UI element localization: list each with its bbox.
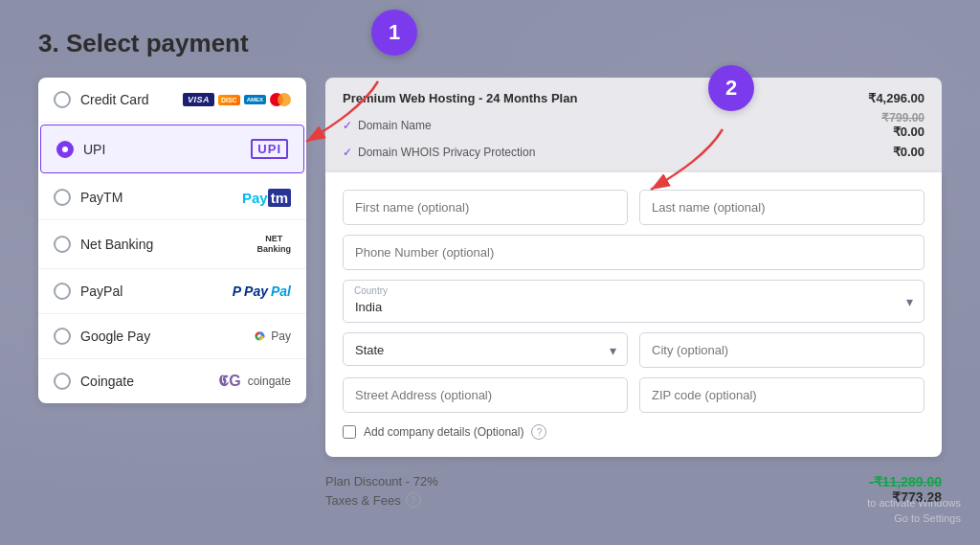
payment-method-net-banking[interactable]: Net Banking NETBanking bbox=[38, 220, 306, 269]
company-details-row: Add company details (Optional) ? bbox=[343, 424, 924, 440]
country-field: Country India United States United Kingd… bbox=[343, 280, 924, 323]
credit-card-logos: VISA DISC AMEX bbox=[183, 93, 291, 106]
right-panel: Premium Web Hosting - 24 Months Plan ₹4,… bbox=[325, 78, 942, 508]
paypal-logos: P PayPal bbox=[233, 284, 291, 299]
annotation-2: 2 bbox=[708, 65, 754, 111]
svg-point-2 bbox=[251, 328, 268, 345]
state-field: State ▾ bbox=[343, 332, 628, 368]
phone-field bbox=[343, 235, 924, 270]
radio-google-pay bbox=[54, 328, 71, 345]
payment-method-coingate[interactable]: Coingate 𝕮G coingate bbox=[38, 359, 306, 403]
tax-label: Taxes & Fees ? bbox=[325, 492, 438, 508]
upi-logos: UPI bbox=[251, 139, 288, 159]
privacy-item: ✓ Domain WHOIS Privacy Protection bbox=[343, 146, 535, 159]
bottom-summary: Plan Discount - 72% Taxes & Fees ? -₹11,… bbox=[325, 465, 942, 508]
radio-credit-card bbox=[54, 91, 71, 108]
privacy-price: ₹0.00 bbox=[893, 145, 924, 159]
city-input[interactable] bbox=[639, 332, 924, 368]
payment-method-upi[interactable]: UPI UPI bbox=[40, 125, 304, 173]
net-banking-label: Net Banking bbox=[80, 237, 153, 252]
company-checkbox[interactable] bbox=[343, 425, 356, 439]
visa-logo: VISA bbox=[183, 93, 214, 106]
discount-section: Plan Discount - 72% Taxes & Fees ? bbox=[325, 474, 438, 508]
google-g-icon bbox=[251, 328, 268, 345]
amex-logo: AMEX bbox=[244, 95, 266, 104]
radio-net-banking bbox=[54, 236, 71, 253]
country-select[interactable]: India United States United Kingdom bbox=[343, 280, 924, 323]
paypal-text: Pay bbox=[244, 284, 268, 299]
paytm-logo: Paytm bbox=[242, 190, 291, 206]
street-input[interactable] bbox=[343, 377, 628, 413]
google-pay-label: Google Pay bbox=[80, 329, 150, 344]
order-summary: Premium Web Hosting - 24 Months Plan ₹4,… bbox=[325, 78, 942, 172]
credit-card-label: Credit Card bbox=[80, 92, 149, 107]
upi-label: UPI bbox=[83, 142, 105, 157]
plan-price: ₹4,296.00 bbox=[868, 91, 924, 105]
annotation-1: 1 bbox=[371, 10, 417, 56]
zip-input[interactable] bbox=[639, 377, 924, 413]
radio-upi bbox=[56, 141, 74, 158]
domain-name-item: ✓ Domain Name bbox=[343, 119, 432, 132]
paypal-p-icon: P bbox=[233, 284, 241, 299]
check-icon-2: ✓ bbox=[343, 146, 352, 159]
gpay-logos: Pay bbox=[251, 328, 291, 345]
payment-method-credit-card[interactable]: Credit Card VISA DISC AMEX bbox=[38, 78, 306, 123]
zip-field bbox=[639, 377, 924, 413]
paypal-pal: Pal bbox=[271, 284, 291, 299]
coingate-logos: 𝕮G coingate bbox=[218, 373, 291, 390]
paytm-label: PayTM bbox=[80, 190, 122, 205]
netbanking-logo: NETBanking bbox=[256, 234, 291, 255]
page-title: 3. Select payment bbox=[38, 29, 942, 58]
discover-logo: DISC bbox=[218, 95, 240, 105]
state-select[interactable]: State bbox=[343, 332, 628, 366]
first-name-field bbox=[343, 190, 628, 225]
billing-form: Country India United States United Kingd… bbox=[325, 172, 942, 457]
domain-original-price: ₹799.00 bbox=[881, 111, 924, 125]
check-icon-1: ✓ bbox=[343, 119, 352, 132]
payment-method-paypal[interactable]: PayPal P PayPal bbox=[38, 269, 306, 314]
city-field bbox=[639, 332, 924, 368]
radio-coingate bbox=[54, 373, 71, 390]
company-label: Add company details (Optional) bbox=[364, 425, 523, 439]
net-banking-logos: NETBanking bbox=[256, 234, 291, 255]
street-field bbox=[343, 377, 628, 413]
first-name-input[interactable] bbox=[343, 190, 628, 225]
plan-name: Premium Web Hosting - 24 Months Plan bbox=[343, 91, 577, 105]
discount-price: -₹11,289.00 bbox=[869, 474, 942, 489]
phone-input[interactable] bbox=[343, 235, 924, 270]
coingate-label: Coingate bbox=[80, 374, 134, 389]
radio-paypal bbox=[54, 283, 71, 300]
paytm-logos: Paytm bbox=[242, 190, 291, 206]
coingate-text: coingate bbox=[248, 375, 291, 388]
payment-methods-panel: Credit Card VISA DISC AMEX UPI bbox=[38, 78, 306, 403]
mastercard-logo bbox=[270, 93, 291, 106]
tax-help-icon[interactable]: ? bbox=[406, 492, 421, 508]
gpay-text: Pay bbox=[271, 329, 291, 343]
paypal-label: PayPal bbox=[80, 284, 122, 299]
company-help-icon[interactable]: ? bbox=[531, 424, 546, 440]
payment-method-paytm[interactable]: PayTM Paytm bbox=[38, 175, 306, 220]
last-name-field bbox=[639, 190, 924, 225]
cg-symbol: 𝕮G bbox=[218, 373, 240, 390]
discount-label: Plan Discount - 72% bbox=[325, 474, 438, 488]
domain-price: ₹0.00 bbox=[893, 125, 924, 139]
windows-watermark: to activate Windows Go to Settings bbox=[867, 496, 961, 526]
last-name-input[interactable] bbox=[639, 190, 924, 225]
radio-paytm bbox=[54, 189, 71, 206]
payment-method-google-pay[interactable]: Google Pay Pay bbox=[38, 314, 306, 359]
upi-logo: UPI bbox=[251, 139, 288, 159]
